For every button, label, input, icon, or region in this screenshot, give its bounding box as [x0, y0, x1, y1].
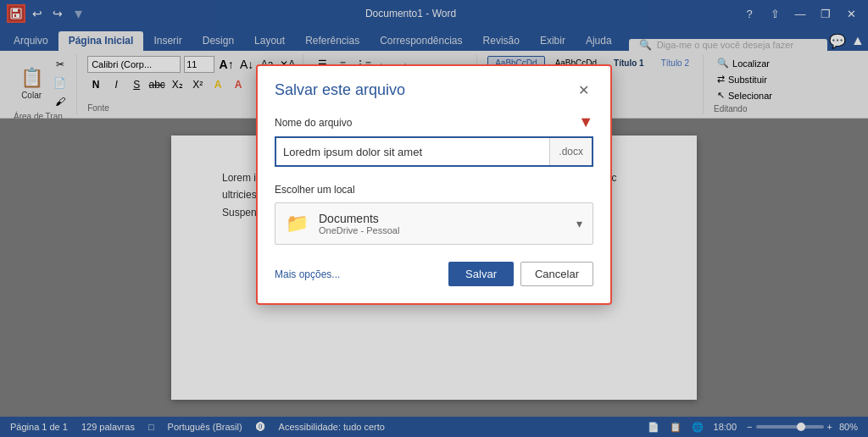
- folder-sub: OneDrive - Pessoal: [319, 225, 566, 235]
- folder-icon: 📁: [286, 213, 309, 235]
- dialog-close-button[interactable]: ✕: [573, 80, 593, 100]
- dialog-body: Nome do arquivo ▼ .docx Escolher um loca…: [258, 107, 610, 303]
- save-button[interactable]: Salvar: [448, 262, 514, 286]
- location-label: Escolher um local: [275, 184, 593, 196]
- dialog-overlay: Salvar este arquivo ✕ Nome do arquivo ▼ …: [0, 0, 868, 437]
- location-info: Documents OneDrive - Pessoal: [319, 212, 566, 235]
- chevron-down-icon: ▾: [576, 217, 582, 230]
- dialog-header: Salvar este arquivo ✕: [258, 66, 610, 107]
- file-extension: .docx: [549, 138, 592, 165]
- more-options-link[interactable]: Mais opções...: [275, 268, 340, 280]
- dialog-title: Salvar este arquivo: [275, 81, 405, 99]
- dialog-footer: Mais opções... Salvar Cancelar: [275, 262, 593, 286]
- filename-label: Nome do arquivo: [275, 117, 352, 129]
- dialog-actions: Salvar Cancelar: [448, 262, 593, 286]
- arrow-down-icon: ▼: [578, 113, 593, 131]
- folder-name: Documents: [319, 212, 566, 225]
- location-picker[interactable]: 📁 Documents OneDrive - Pessoal ▾: [275, 202, 593, 245]
- save-dialog: Salvar este arquivo ✕ Nome do arquivo ▼ …: [256, 64, 612, 305]
- filename-input[interactable]: [276, 138, 549, 165]
- filename-row: .docx: [275, 136, 593, 167]
- filename-label-row: Nome do arquivo ▼: [275, 113, 593, 131]
- cancel-button[interactable]: Cancelar: [520, 262, 593, 286]
